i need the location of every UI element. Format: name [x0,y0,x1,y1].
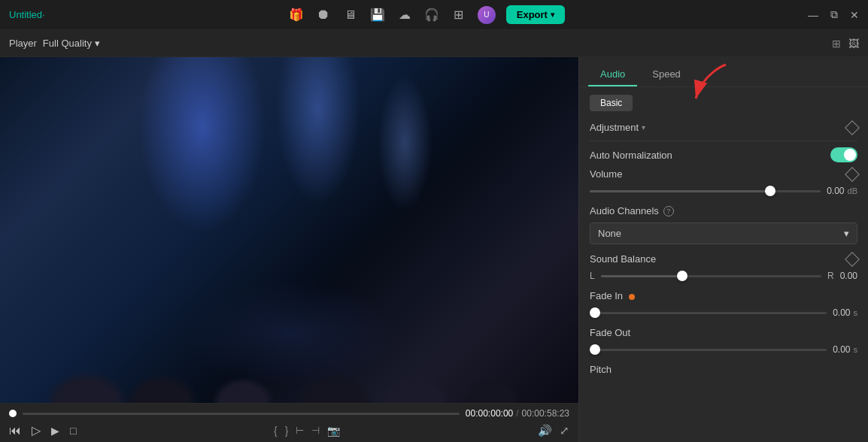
clip-out-button[interactable]: ⊣ [311,425,320,437]
playback-controls: ⏮ ▷ ▶ □ [9,423,76,437]
adjustment-keyframe-icon[interactable] [845,120,860,135]
image-view-icon[interactable]: 🖼 [848,38,859,50]
grid-view-icon[interactable]: ⊞ [832,38,841,50]
grid-icon[interactable]: ⊞ [451,7,467,23]
fade-out-slider-row: 0.00 s [590,344,857,355]
tab-speed[interactable]: Speed [640,63,693,86]
fade-in-value: 0.00 s [833,307,857,318]
volume-label: Volume [590,168,622,180]
volume-slider-track[interactable] [590,190,821,192]
cloud-icon[interactable]: ☁ [396,7,413,23]
play-loop-button[interactable]: ▶ [51,425,59,437]
quality-dropdown-arrow: ▾ [95,38,100,49]
pitch-label: Pitch [590,364,612,375]
skip-back-button[interactable]: ⏮ [9,424,21,437]
balance-right-label: R [827,271,834,281]
tab-audio[interactable]: Audio [588,63,637,86]
fade-in-header-row: Fade In [590,290,857,301]
audio-channels-label-area: Audio Channels ? [590,205,674,216]
playhead-dot[interactable] [9,410,17,417]
audio-channels-help-icon[interactable]: ? [663,206,674,216]
headphone-icon[interactable]: 🎧 [423,7,440,23]
fade-in-dot-icon [629,294,635,300]
title-bar-window-controls: — ⧉ ✕ [808,8,859,21]
bracket-out-button[interactable]: } [285,425,289,437]
right-panel: Audio Speed [578,57,868,442]
volume-slider-row: 0.00 dB [590,186,857,196]
timeline-area: 00:00:00:00 / 00:00:58:23 ⏮ ▷ ▶ □ { } ⊢ … [0,403,578,442]
title-bar: Untitled· 🎁 ⏺ 🖥 💾 ☁ 🎧 ⊞ U Export ▾ — ⧉ ✕ [0,0,868,30]
auto-normalization-label: Auto Normalization [590,150,672,161]
quality-dropdown[interactable]: Full Quality ▾ [43,38,100,49]
player-bar: Player Full Quality ▾ ⊞ 🖼 [0,30,868,57]
volume-button[interactable]: 🔊 [538,424,552,437]
time-separator: / [516,408,518,419]
fade-out-value: 0.00 s [833,344,857,355]
player-bar-left: Player Full Quality ▾ [9,38,100,49]
auto-normalization-toggle[interactable] [830,147,857,162]
clip-in-button[interactable]: ⊢ [296,425,304,437]
sound-balance-value: 0.00 [840,271,857,281]
adjustment-collapse-arrow[interactable]: ▾ [642,123,645,132]
fade-out-header-row: Fade Out [590,327,857,338]
auto-normalization-row: Auto Normalization [590,147,857,162]
title-bar-left: Untitled· [9,9,45,20]
bracket-in-button[interactable]: { [274,425,278,437]
minimize-button[interactable]: — [808,9,818,21]
sound-balance-slider-row: L R 0.00 [590,271,857,281]
avatar[interactable]: U [478,6,496,24]
stop-button[interactable]: □ [70,425,76,437]
player-label: Player [9,38,37,49]
sub-tab-basic[interactable]: Basic [590,95,633,111]
sound-balance-keyframe-icon[interactable] [845,252,860,267]
panel-tabs: Audio Speed [579,57,868,87]
video-frame [0,57,578,403]
balance-slider-thumb[interactable] [677,271,687,281]
export-button[interactable]: Export ▾ [506,5,565,24]
fade-in-slider-thumb[interactable] [590,307,600,318]
close-button[interactable]: ✕ [850,9,859,21]
time-total: 00:00:58:23 [522,408,569,419]
restore-button[interactable]: ⧉ [830,8,838,21]
adjustment-label: Adjustment ▾ [590,122,645,133]
panel-content: Basic Adjustment ▾ Auto Normalization [579,87,868,442]
scrubber-row: 00:00:00:00 / 00:00:58:23 [9,408,569,419]
volume-slider-thumb[interactable] [765,186,775,196]
play-button[interactable]: ▷ [32,423,41,437]
volume-value-area [847,169,857,180]
time-current: 00:00:00:00 [466,408,513,419]
fade-out-slider-thumb[interactable] [590,344,600,355]
sound-balance-header-row: Sound Balance [590,253,857,265]
fullscreen-button[interactable]: ⤢ [560,424,569,437]
controls-row: ⏮ ▷ ▶ □ { } ⊢ ⊣ 📷 🔊 ⤢ [9,423,569,437]
audio-channels-select[interactable]: None ▾ [590,223,857,244]
audio-channels-label: Audio Channels [590,205,659,216]
sub-tabs: Basic [590,95,857,111]
sound-balance-label: Sound Balance [590,253,656,265]
gift-icon[interactable]: 🎁 [288,7,305,23]
edit-controls: { } ⊢ ⊣ 📷 [274,425,340,437]
fade-in-slider-track[interactable] [590,312,827,314]
time-display: 00:00:00:00 / 00:00:58:23 [466,408,569,419]
sound-balance-slider-track[interactable] [601,275,821,277]
pitch-row: Pitch [590,364,857,375]
volume-value: 0.00 dB [827,186,857,196]
toggle-knob [844,149,856,161]
player-bar-right: ⊞ 🖼 [832,38,859,50]
save-icon[interactable]: 💾 [369,7,386,23]
snapshot-button[interactable]: 📷 [327,425,340,437]
fade-in-slider-row: 0.00 s [590,307,857,318]
record-icon[interactable]: ⏺ [315,7,332,23]
monitor-icon[interactable]: 🖥 [342,7,359,23]
divider [590,141,857,141]
app-title: Untitled· [9,9,45,20]
view-controls: 🔊 ⤢ [538,424,569,437]
volume-slider-fill [590,190,770,192]
volume-keyframe-icon[interactable] [845,167,860,182]
audio-channels-header-row: Audio Channels ? [590,205,857,216]
main-area: 00:00:00:00 / 00:00:58:23 ⏮ ▷ ▶ □ { } ⊢ … [0,57,868,442]
title-bar-center-icons: 🎁 ⏺ 🖥 💾 ☁ 🎧 ⊞ U Export ▾ [288,5,565,24]
fade-out-label: Fade Out [590,327,630,338]
fade-out-slider-track[interactable] [590,349,827,351]
scrubber-bar[interactable] [23,413,460,415]
